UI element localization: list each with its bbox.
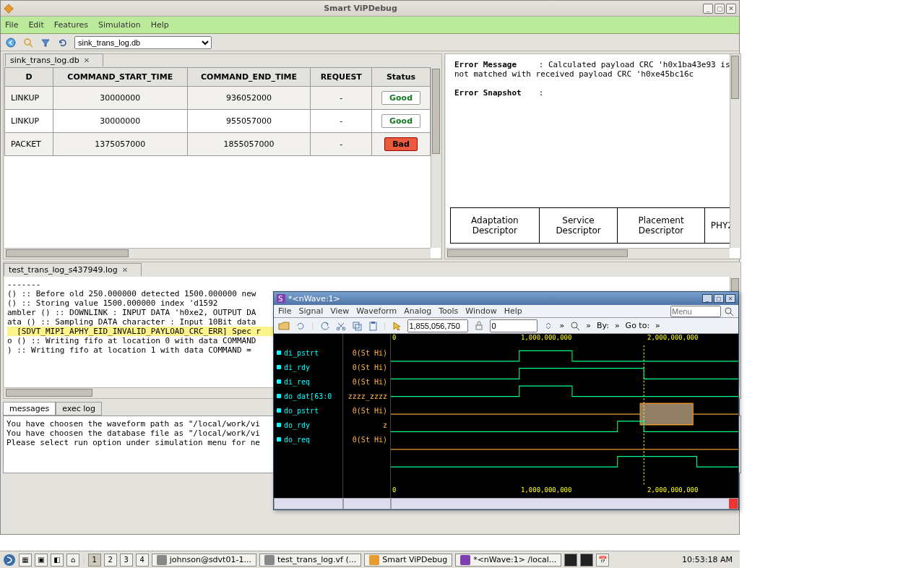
log-tab[interactable]: test_trans_log_s437949.log ✕: [4, 263, 142, 276]
horizontal-scrollbar[interactable]: [446, 248, 730, 258]
tray-icon[interactable]: [564, 554, 577, 567]
nwave-menu-waveform[interactable]: Waveform: [356, 306, 397, 316]
nwave-menu-signal[interactable]: Signal: [298, 306, 323, 316]
signal-name[interactable]: do_req: [274, 432, 342, 447]
log-line[interactable]: -------: [7, 280, 737, 289]
nwave-menu-view[interactable]: View: [330, 306, 349, 316]
workspace-3[interactable]: 3: [120, 554, 133, 567]
refresh-button[interactable]: [57, 37, 69, 48]
copy-icon[interactable]: [352, 321, 362, 331]
horizontal-scrollbar[interactable]: [4, 248, 431, 258]
app-launcher-icon[interactable]: ◧: [51, 554, 64, 567]
signal-name[interactable]: do_pstrt: [274, 403, 342, 418]
up-down-icon[interactable]: [543, 321, 553, 331]
titlebar: Smart ViPDebug _ ▢ ✕: [1, 1, 739, 17]
menubar: File Edit Features Simulation Help: [1, 17, 739, 34]
menu-simulation[interactable]: Simulation: [98, 20, 141, 30]
app-launcher-icon[interactable]: ▦: [19, 554, 32, 567]
svg-rect-13: [371, 322, 375, 324]
waveform-svg: [391, 345, 738, 486]
app-launcher-icon[interactable]: ⌂: [66, 554, 79, 567]
zoom-icon[interactable]: [570, 321, 580, 331]
nwave-time-input[interactable]: [407, 319, 468, 332]
signal-name[interactable]: di_rdy: [274, 360, 342, 374]
descriptor-cell[interactable]: Adaptation Descriptor: [451, 208, 540, 244]
svg-line-3: [30, 44, 33, 47]
signal-name[interactable]: do_rdy: [274, 418, 342, 432]
nwave-minimize[interactable]: _: [702, 294, 712, 303]
taskbar-app[interactable]: test_trans_log.vf (...: [259, 554, 361, 567]
workspace-1[interactable]: 1: [88, 554, 101, 567]
folder-icon[interactable]: [278, 321, 290, 331]
workspace-2[interactable]: 2: [104, 554, 117, 567]
marker-icon: [729, 499, 738, 509]
descriptor-cell[interactable]: Placement Descriptor: [618, 208, 704, 244]
app-launcher-icon[interactable]: ▣: [35, 554, 48, 567]
close-button[interactable]: ✕: [726, 4, 736, 14]
db-selector[interactable]: sink_trans_log.db: [74, 36, 212, 49]
nwave-menu-tools[interactable]: Tools: [439, 306, 458, 316]
workspace-4[interactable]: 4: [136, 554, 149, 567]
table-row[interactable]: LINKUP 30000000 955057000 - Good: [5, 110, 431, 133]
signal-names-column[interactable]: di_pstrtdi_rdydi_reqdo_dat[63:0do_pstrtd…: [274, 334, 343, 498]
svg-marker-0: [4, 4, 13, 12]
svg-text:S: S: [278, 295, 282, 303]
search-icon[interactable]: [724, 306, 734, 317]
error-panel: Error Message : Calculated payload CRC '…: [444, 53, 741, 259]
taskbar-app[interactable]: Smart ViPDebug: [364, 554, 452, 567]
tray-icon[interactable]: [580, 554, 593, 567]
taskbar-app[interactable]: johnson@sdvt01-1...: [152, 554, 256, 567]
execlog-tab[interactable]: exec log: [56, 402, 102, 416]
anchor-icon[interactable]: [474, 321, 484, 331]
toolbar: sink_trans_log.db: [1, 34, 739, 51]
cut-icon[interactable]: [336, 321, 346, 331]
svg-point-15: [571, 322, 577, 328]
nwave-titlebar[interactable]: S *<nWave:1> _ ▢ ✕: [274, 292, 738, 305]
nwave-menu-help[interactable]: Help: [504, 306, 522, 316]
menu-features[interactable]: Features: [54, 20, 88, 30]
table-row[interactable]: LINKUP 30000000 936052000 - Good: [5, 87, 431, 110]
messages-tab[interactable]: messages: [3, 402, 56, 416]
zoom-button[interactable]: [22, 37, 34, 48]
nwave-menu-search[interactable]: [670, 306, 721, 317]
vertical-scrollbar[interactable]: [431, 67, 441, 248]
paste-icon[interactable]: [368, 321, 378, 331]
maximize-button[interactable]: ▢: [714, 4, 725, 14]
menu-help[interactable]: Help: [151, 20, 169, 30]
error-snapshot-label: Error Snapshot: [454, 88, 534, 98]
nwave-maximize[interactable]: ▢: [714, 294, 724, 303]
vertical-scrollbar[interactable]: [730, 54, 740, 248]
table-row[interactable]: PACKET 1375057000 1855057000 - Bad: [5, 133, 431, 156]
tray-icon[interactable]: 📅: [596, 554, 609, 567]
signal-name[interactable]: di_pstrt: [274, 345, 342, 360]
taskbar-app[interactable]: *<nWave:1> /local...: [455, 554, 561, 567]
close-icon[interactable]: ✕: [122, 266, 128, 274]
nwave-toolbar: | | » » By: » Go to: »: [274, 318, 738, 334]
svg-point-19: [4, 554, 15, 566]
nwave-adj-input[interactable]: [490, 319, 537, 332]
waveform-area[interactable]: 0 1,000,000,000 2,000,000,000: [391, 334, 738, 498]
undo-icon[interactable]: [320, 321, 330, 331]
reload-icon[interactable]: [295, 321, 306, 331]
menu-file[interactable]: File: [5, 20, 18, 30]
nwave-window[interactable]: S *<nWave:1> _ ▢ ✕ File Signal View Wave…: [273, 291, 739, 510]
svg-point-1: [7, 38, 15, 47]
descriptor-cell[interactable]: Service Descriptor: [539, 208, 618, 244]
cursor-icon[interactable]: [392, 321, 402, 331]
nwave-close[interactable]: ✕: [725, 294, 735, 303]
signal-name[interactable]: di_req: [274, 374, 342, 389]
close-icon[interactable]: ✕: [84, 56, 90, 64]
nwave-menu-window[interactable]: Window: [465, 306, 496, 316]
signal-name[interactable]: do_dat[63:0: [274, 389, 342, 403]
signal-value: 0(St Hi): [343, 432, 390, 447]
nwave-menu-file[interactable]: File: [278, 306, 291, 316]
svg-point-6: [725, 308, 731, 314]
back-button[interactable]: [5, 37, 17, 48]
filter-button[interactable]: [40, 37, 51, 48]
start-icon[interactable]: [3, 554, 16, 567]
minimize-button[interactable]: _: [703, 4, 713, 14]
transactions-tab[interactable]: sink_trans_log.db ✕: [5, 53, 103, 66]
nwave-menu-analog[interactable]: Analog: [404, 306, 431, 316]
nwave-scrollbar[interactable]: [274, 498, 738, 509]
menu-edit[interactable]: Edit: [28, 20, 43, 30]
